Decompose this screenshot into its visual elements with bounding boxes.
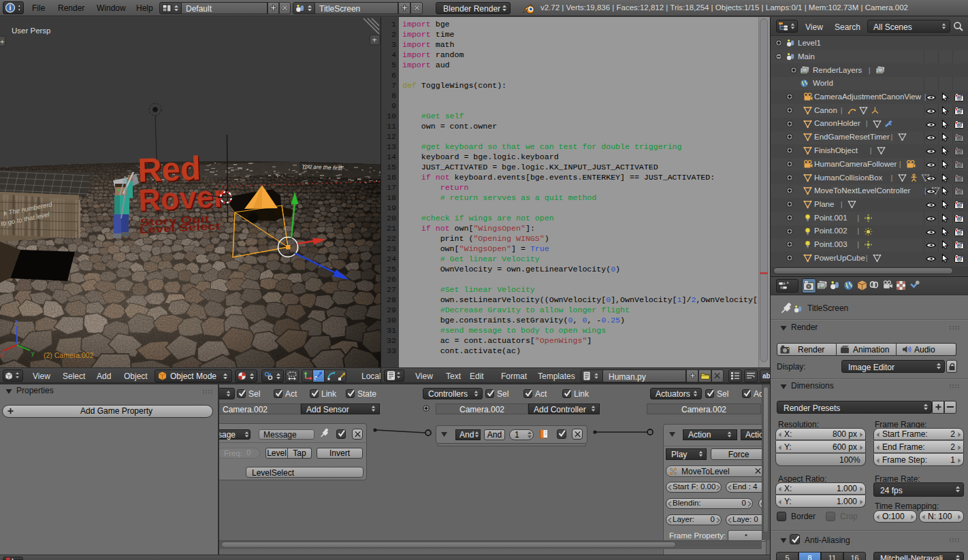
svg-text:+: + xyxy=(0,37,4,46)
svg-text:+: + xyxy=(372,35,377,45)
svg-text:i: i xyxy=(10,4,12,12)
svg-text:z: z xyxy=(15,318,18,325)
svg-text:y: y xyxy=(31,350,35,357)
svg-text:(2) Camera.002: (2) Camera.002 xyxy=(44,351,94,359)
svg-text:x: x xyxy=(0,352,3,359)
svg-text:ab: ab xyxy=(762,372,771,380)
svg-text:Rover: Rover xyxy=(138,178,226,218)
svg-text:User Persp: User Persp xyxy=(12,27,51,35)
